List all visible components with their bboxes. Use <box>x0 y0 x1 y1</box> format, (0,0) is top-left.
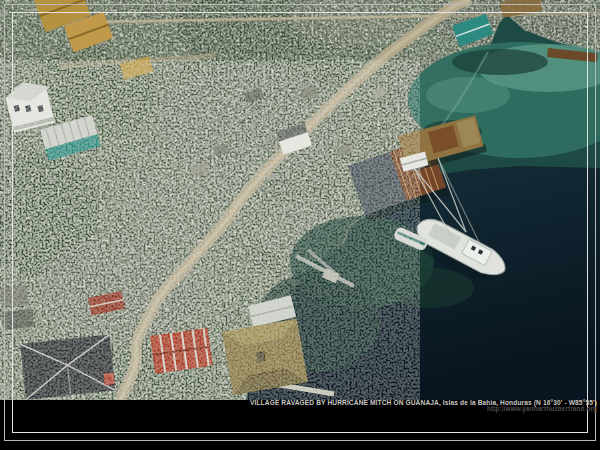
caption-block: VILLAGE RAVAGED BY HURRICANE MITCH ON GU… <box>250 400 597 413</box>
photo-credit-url: http://www.yannarthusbertrand.org <box>250 406 597 412</box>
aerial-photo <box>0 0 600 450</box>
hurricane-wallpaper: VILLAGE RAVAGED BY HURRICANE MITCH ON GU… <box>0 0 600 450</box>
debris-texture <box>0 60 420 400</box>
photo-scene <box>0 0 600 402</box>
